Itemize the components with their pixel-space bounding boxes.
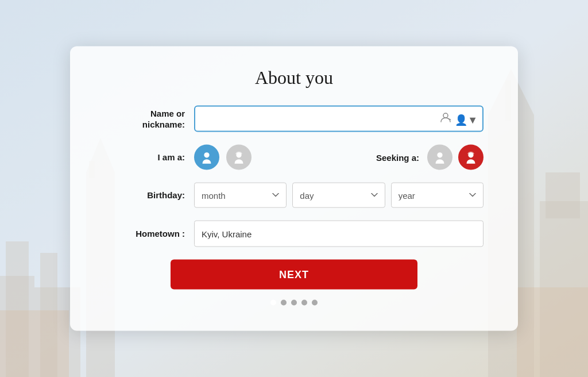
birthday-label: Birthday:: [105, 190, 185, 201]
birthday-row: Birthday: month JanuaryFebruaryMarch Apr…: [105, 183, 483, 208]
name-label: Name ornickname:: [105, 107, 185, 130]
birthday-selects: month JanuaryFebruaryMarch AprilMayJune …: [194, 183, 483, 208]
page-title: About you: [105, 67, 483, 89]
pagination-dots: [105, 300, 483, 306]
iam-options: [194, 145, 252, 170]
dot-1: [270, 300, 276, 306]
month-select[interactable]: month JanuaryFebruaryMarch AprilMayJune …: [194, 183, 287, 208]
hometown-label: Hometown :: [105, 228, 185, 240]
seeking-group: Seeking a:: [376, 145, 483, 170]
dot-3: [291, 300, 297, 306]
name-row: Name ornickname: 👤▼: [105, 106, 483, 132]
next-button[interactable]: NEXT: [171, 260, 417, 290]
seeking-options: [427, 145, 483, 170]
male-button[interactable]: [194, 145, 219, 170]
dot-4: [301, 300, 307, 306]
female-button[interactable]: [226, 145, 252, 170]
name-input-wrapper: 👤▼: [194, 106, 483, 132]
year-select[interactable]: year 20082007200620052004200320022001200…: [391, 183, 483, 208]
seek-female-button[interactable]: [458, 145, 483, 170]
gender-row: I am a: Seeking a:: [105, 145, 483, 170]
seek-male-button[interactable]: [427, 145, 452, 170]
dot-2: [281, 300, 287, 306]
hometown-input[interactable]: [194, 221, 483, 247]
form-card: About you Name ornickname: 👤▼ I am a:: [70, 47, 518, 331]
dot-5: [312, 300, 318, 306]
iam-label: I am a:: [105, 152, 185, 163]
day-select[interactable]: day 1234 5678 9101112 13141516 17181920 …: [292, 183, 385, 208]
hometown-row: Hometown :: [105, 221, 483, 247]
seeking-label: Seeking a:: [376, 152, 419, 162]
svg-point-16: [204, 152, 209, 157]
svg-point-18: [437, 152, 442, 157]
name-input[interactable]: [194, 106, 483, 132]
